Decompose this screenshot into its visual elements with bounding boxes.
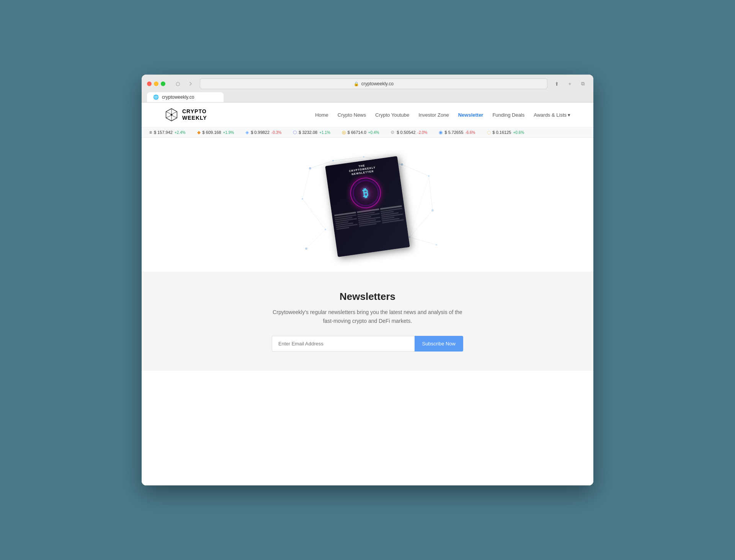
newsletter-section: Newsletters Crpytoweekly's regular newsl… <box>142 272 593 371</box>
mag-col-2 <box>357 208 381 228</box>
tab-favicon: 🌐 <box>153 94 159 100</box>
bitcoin-glow: ₿ <box>348 176 383 210</box>
svg-line-7 <box>166 116 171 118</box>
ticker-change-4: +1.1% <box>319 130 330 135</box>
nav-awards-label: Awards & Lists <box>534 112 567 118</box>
logo-line1: CRYPTO <box>182 108 207 115</box>
svg-line-27 <box>410 210 433 237</box>
logo-icon <box>165 108 178 122</box>
logo-line2: WEEKLY <box>182 115 207 121</box>
nav-links: Home Crypto News Crypto Youtube Investor… <box>315 112 570 118</box>
svg-line-6 <box>173 112 177 114</box>
url-text: cryptoweekly.co <box>361 81 394 86</box>
nav-investor-zone[interactable]: Investor Zone <box>418 112 449 118</box>
ticker-change-8: +0.6% <box>513 130 524 135</box>
svg-line-23 <box>402 164 429 176</box>
close-button[interactable] <box>147 81 152 86</box>
svg-line-29 <box>410 237 436 245</box>
traffic-lights <box>147 81 165 86</box>
ticker-price-5: $ 66714.0 <box>348 130 366 135</box>
ticker-change-2: +1.9% <box>223 130 234 135</box>
ticker-item-4: ⬡ $ 3232.08 +1.1% <box>293 130 330 135</box>
ticker-change-3: -0.3% <box>271 130 281 135</box>
svg-line-21 <box>333 157 364 161</box>
svg-line-24 <box>302 168 310 199</box>
nav-awards-lists[interactable]: Awards & Lists ▾ <box>534 112 570 118</box>
browser-window: ⬡ 🔒 cryptoweekly.co ⬆ ＋ ⧉ � <box>142 75 593 485</box>
nav-newsletter[interactable]: Newsletter <box>458 112 483 118</box>
ticker-icon-7: ◉ <box>439 130 443 135</box>
svg-line-28 <box>306 230 325 249</box>
svg-line-4 <box>166 112 171 114</box>
ticker-price-3: $ 0.99822 <box>251 130 270 135</box>
ticker-item-8: ◌ $ 0.16125 +0.6% <box>487 130 524 135</box>
logo-text: CRYPTO WEEKLY <box>182 108 207 121</box>
chevron-down-icon: ▾ <box>568 112 570 118</box>
ticker-price-7: $ 5.72655 <box>444 130 463 135</box>
ticker-icon-5: ◎ <box>342 130 346 135</box>
nav-crypto-youtube[interactable]: Crypto Youtube <box>375 112 409 118</box>
subscribe-form: Subscribe Now <box>272 336 463 352</box>
browser-tabs: 🌐 cryptoweekly.co <box>147 92 588 102</box>
ticker-icon-2: ◆ <box>197 130 201 135</box>
ticker-bar: ≡ $ 157.942 +2.4% ◆ $ 609.168 +1.9% ◈ $ … <box>142 127 593 138</box>
new-tab-button[interactable]: ＋ <box>564 80 575 88</box>
ticker-item-5: ◎ $ 66714.0 +0.4% <box>342 130 379 135</box>
address-bar[interactable]: 🔒 cryptoweekly.co <box>200 78 547 89</box>
section-title: Newsletters <box>149 291 586 303</box>
share-button[interactable]: ⬆ <box>551 80 562 88</box>
magazine-card: THECRYPTOWEEKLYNEWSLETTER ₿ <box>325 156 410 257</box>
logo[interactable]: CRYPTO WEEKLY <box>165 108 207 122</box>
lock-icon: 🔒 <box>354 81 359 86</box>
svg-line-32 <box>410 176 429 237</box>
ticker-item-2: ◆ $ 609.168 +1.9% <box>197 130 234 135</box>
ticker-change-6: -2.0% <box>417 130 427 135</box>
newsletter-visual: THECRYPTOWEEKLYNEWSLETTER ₿ <box>310 153 425 260</box>
ticker-change-1: +2.4% <box>175 130 186 135</box>
ticker-price-1: $ 157.942 <box>154 130 173 135</box>
hero-section: THECRYPTOWEEKLYNEWSLETTER ₿ <box>142 138 593 272</box>
ticker-icon-4: ⬡ <box>293 130 297 135</box>
magazine-columns <box>332 205 406 231</box>
svg-point-1 <box>170 114 172 116</box>
ticker-icon-3: ◈ <box>245 130 249 135</box>
tab-grid-button[interactable]: ⧉ <box>577 80 588 88</box>
subscribe-button[interactable]: Subscribe Now <box>415 336 463 352</box>
fullscreen-button[interactable] <box>161 81 165 86</box>
svg-line-26 <box>302 199 325 230</box>
website-content: CRYPTO WEEKLY Home Crypto News Crypto Yo… <box>142 103 593 485</box>
back-button[interactable]: ⬡ <box>172 80 183 88</box>
browser-nav-buttons: ⬡ <box>172 80 196 88</box>
nav-funding-deals[interactable]: Funding Deals <box>492 112 524 118</box>
ticker-item-7: ◉ $ 5.72655 -6.6% <box>439 130 475 135</box>
ticker-icon-8: ◌ <box>487 130 491 135</box>
browser-action-buttons: ⬆ ＋ ⧉ <box>551 80 588 88</box>
ticker-item-3: ◈ $ 0.99822 -0.3% <box>245 130 281 135</box>
ticker-price-4: $ 3232.08 <box>299 130 317 135</box>
minimize-button[interactable] <box>154 81 158 86</box>
site-navigation: CRYPTO WEEKLY Home Crypto News Crypto Yo… <box>142 103 593 127</box>
svg-line-5 <box>173 116 177 118</box>
ticker-icon-6: ⚙ <box>390 130 395 135</box>
ticker-price-6: $ 0.50542 <box>397 130 415 135</box>
browser-chrome: ⬡ 🔒 cryptoweekly.co ⬆ ＋ ⧉ � <box>142 75 593 103</box>
ticker-change-5: +0.4% <box>368 130 379 135</box>
tab-label: cryptoweekly.co <box>162 94 194 100</box>
ticker-change-7: -6.6% <box>465 130 475 135</box>
nav-crypto-news[interactable]: Crypto News <box>338 112 366 118</box>
remaining-content <box>142 371 593 485</box>
active-tab[interactable]: 🌐 cryptoweekly.co <box>147 92 224 102</box>
newsletter-image-container: THECRYPTOWEEKLYNEWSLETTER ₿ <box>142 145 593 272</box>
nav-home[interactable]: Home <box>315 112 328 118</box>
ticker-item-6: ⚙ $ 0.50542 -2.0% <box>390 130 427 135</box>
section-subtitle: Crpytoweekly's regular newsletters bring… <box>272 308 463 325</box>
ticker-price-8: $ 0.16125 <box>493 130 511 135</box>
forward-button[interactable] <box>185 80 196 88</box>
ticker-item-1: ≡ $ 157.942 +2.4% <box>149 130 186 135</box>
mag-col-3 <box>380 205 404 225</box>
ticker-price-2: $ 609.168 <box>203 130 221 135</box>
svg-line-25 <box>429 176 433 210</box>
email-input[interactable] <box>272 336 415 352</box>
mag-col-1 <box>334 212 358 231</box>
ticker-icon-1: ≡ <box>149 130 152 135</box>
